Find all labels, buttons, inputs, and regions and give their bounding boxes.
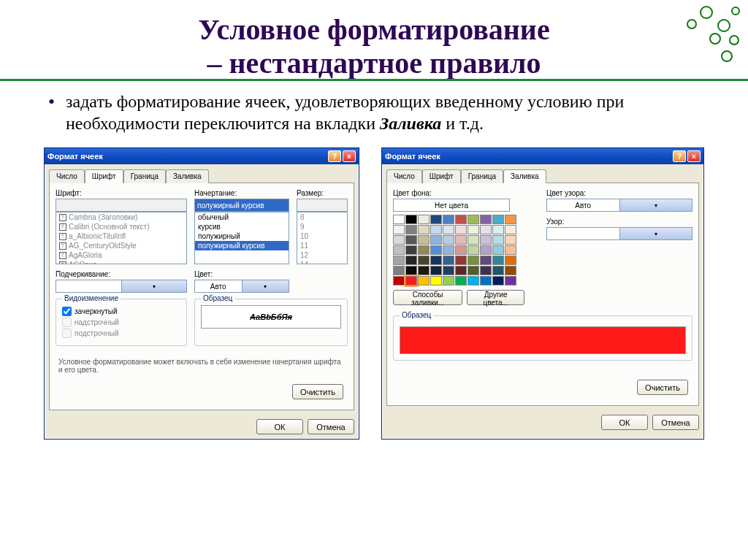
color-swatch[interactable] <box>443 276 454 285</box>
color-swatch[interactable] <box>443 256 454 265</box>
color-swatch[interactable] <box>455 225 467 234</box>
color-swatch[interactable] <box>468 215 479 224</box>
color-swatch[interactable] <box>393 256 405 265</box>
color-swatch[interactable] <box>505 276 516 285</box>
ok-button[interactable]: ОК <box>601 415 648 430</box>
color-swatch[interactable] <box>443 235 454 245</box>
color-swatch[interactable] <box>418 256 430 265</box>
color-swatch[interactable] <box>492 276 504 285</box>
color-swatch[interactable] <box>418 276 430 285</box>
fill-methods-button[interactable]: Способы заливки... <box>393 290 462 305</box>
color-swatch[interactable] <box>492 245 504 255</box>
color-swatch[interactable] <box>418 245 430 255</box>
tab-fill[interactable]: Заливка <box>503 169 546 183</box>
color-swatch[interactable] <box>418 266 430 275</box>
color-swatch[interactable] <box>468 256 479 265</box>
color-swatch[interactable] <box>405 256 417 265</box>
color-swatch[interactable] <box>492 256 504 265</box>
color-swatch[interactable] <box>480 225 492 234</box>
strikethrough-checkbox[interactable]: зачеркнутый <box>62 307 180 316</box>
color-swatch[interactable] <box>492 225 504 234</box>
style-list[interactable]: обычный курсив полужирный полужирный кур… <box>194 212 289 264</box>
color-swatch[interactable] <box>468 276 479 285</box>
close-button[interactable]: × <box>343 150 356 162</box>
size-input[interactable] <box>297 199 348 212</box>
color-swatch[interactable] <box>492 215 504 224</box>
close-button[interactable]: × <box>687 150 701 162</box>
titlebar[interactable]: Формат ячеек ? × <box>382 148 703 164</box>
color-swatch[interactable] <box>505 235 516 245</box>
color-swatch[interactable] <box>443 245 454 255</box>
help-button[interactable]: ? <box>673 150 686 162</box>
underline-dropdown[interactable]: ▾ <box>56 280 187 293</box>
color-dropdown[interactable]: Авто▾ <box>194 280 289 293</box>
color-swatch[interactable] <box>480 235 492 245</box>
color-swatch[interactable] <box>430 245 442 255</box>
color-swatch[interactable] <box>430 235 442 245</box>
color-swatch[interactable] <box>418 235 430 245</box>
cancel-button[interactable]: Отмена <box>652 415 699 430</box>
color-swatch[interactable] <box>455 256 467 265</box>
tab-number[interactable]: Число <box>386 169 422 183</box>
color-swatch[interactable] <box>405 245 417 255</box>
color-swatch[interactable] <box>468 266 479 275</box>
color-swatch[interactable] <box>418 215 430 224</box>
tab-number[interactable]: Число <box>49 169 85 183</box>
tab-font[interactable]: Шрифт <box>422 169 461 183</box>
more-colors-button[interactable]: Другие цвета... <box>467 290 524 305</box>
color-swatch[interactable] <box>480 215 492 224</box>
color-swatch[interactable] <box>430 215 442 224</box>
help-button[interactable]: ? <box>328 150 341 162</box>
pattern-dropdown[interactable]: ▾ <box>546 227 692 240</box>
color-swatch[interactable] <box>480 245 492 255</box>
color-swatch[interactable] <box>505 245 516 255</box>
color-swatch[interactable] <box>468 235 479 245</box>
color-swatch[interactable] <box>430 225 442 234</box>
color-swatch[interactable] <box>505 266 516 275</box>
color-swatch[interactable] <box>393 225 405 234</box>
color-swatch[interactable] <box>443 225 454 234</box>
ok-button[interactable]: ОК <box>256 419 303 434</box>
clear-button[interactable]: Очистить <box>637 380 688 395</box>
color-swatch[interactable] <box>455 215 467 224</box>
color-swatch[interactable] <box>468 225 479 234</box>
color-swatch[interactable] <box>430 256 442 265</box>
color-swatch[interactable] <box>430 266 442 275</box>
color-swatch[interactable] <box>393 245 405 255</box>
color-swatch[interactable] <box>393 276 405 285</box>
color-swatch[interactable] <box>443 215 454 224</box>
tab-fill[interactable]: Заливка <box>166 169 209 183</box>
clear-button[interactable]: Очистить <box>292 384 343 399</box>
font-input[interactable] <box>56 199 187 212</box>
color-swatch[interactable] <box>443 266 454 275</box>
color-swatch[interactable] <box>405 235 417 245</box>
tab-font[interactable]: Шрифт <box>85 169 123 183</box>
color-swatch[interactable] <box>492 266 504 275</box>
color-swatch[interactable] <box>455 235 467 245</box>
color-swatch[interactable] <box>505 225 516 234</box>
color-swatch[interactable] <box>405 215 417 224</box>
no-color-button[interactable]: Нет цвета <box>393 199 510 212</box>
color-swatch[interactable] <box>418 225 430 234</box>
color-swatch[interactable] <box>455 266 467 275</box>
color-swatch[interactable] <box>505 215 516 224</box>
pattern-color-dropdown[interactable]: Авто▾ <box>546 199 692 212</box>
tab-border[interactable]: Граница <box>461 169 503 183</box>
titlebar[interactable]: Формат ячеек ? × <box>45 148 359 164</box>
color-swatch[interactable] <box>492 235 504 245</box>
color-swatch[interactable] <box>430 276 442 285</box>
color-swatch[interactable] <box>393 266 405 275</box>
color-palette[interactable] <box>393 215 524 285</box>
color-swatch[interactable] <box>405 276 417 285</box>
color-swatch[interactable] <box>455 245 467 255</box>
color-swatch[interactable] <box>468 245 479 255</box>
color-swatch[interactable] <box>480 276 492 285</box>
color-swatch[interactable] <box>455 276 467 285</box>
color-swatch[interactable] <box>480 266 492 275</box>
tab-border[interactable]: Граница <box>123 169 166 183</box>
style-input[interactable] <box>194 199 289 212</box>
color-swatch[interactable] <box>480 256 492 265</box>
color-swatch[interactable] <box>505 256 516 265</box>
color-swatch[interactable] <box>393 235 405 245</box>
font-list[interactable]: TCambria (Заголовки) TCalibri (Основной … <box>56 212 187 264</box>
